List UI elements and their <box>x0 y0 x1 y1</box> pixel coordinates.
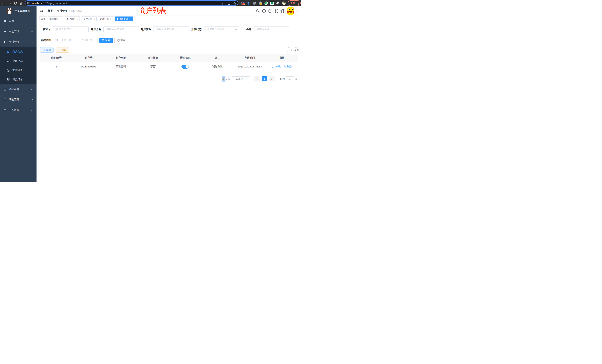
svg-text:y: y <box>266 2 267 4</box>
